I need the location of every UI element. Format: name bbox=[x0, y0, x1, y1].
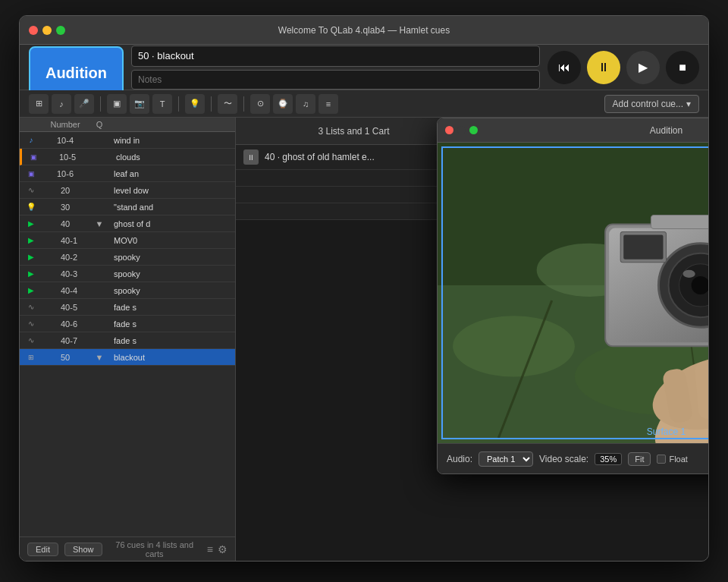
main-window: Welcome To QLab 4.qlab4 — Hamlet cues Au… bbox=[19, 15, 709, 562]
music-icon[interactable]: ♫ bbox=[296, 94, 315, 114]
cue-number: 10-5 bbox=[45, 153, 90, 162]
window-title: Welcome To QLab 4.qlab4 — Hamlet cues bbox=[278, 25, 450, 36]
table-row[interactable]: ∿ 40-7 fade s bbox=[20, 332, 235, 349]
cue-table-header: Number Q bbox=[20, 118, 235, 132]
cue-name: blackout bbox=[111, 353, 235, 362]
cue-name: fade s bbox=[111, 319, 235, 329]
cue-number-field[interactable] bbox=[131, 46, 540, 67]
cue-number: 40-6 bbox=[42, 319, 88, 329]
light-cue-icon: 💡 bbox=[20, 203, 42, 211]
video-cue-icon: ▣ bbox=[20, 170, 42, 178]
table-row[interactable]: ▣ 10-6 leaf an bbox=[20, 165, 235, 182]
col-icon-header bbox=[20, 120, 42, 129]
table-row[interactable]: ▶ 40-1 MOV0 bbox=[20, 232, 235, 249]
body-area: Number Q ♪ 10-4 wind in ▣ 10-5 bbox=[20, 118, 708, 561]
table-row[interactable]: ▶ 40-3 spooky bbox=[20, 266, 235, 282]
pause-button[interactable]: ⏸ bbox=[587, 51, 620, 84]
maximize-button[interactable] bbox=[56, 26, 65, 35]
target-icon[interactable]: ⊙ bbox=[250, 94, 270, 114]
cue-name: spooky bbox=[111, 269, 235, 278]
text-icon[interactable]: T bbox=[152, 94, 172, 114]
fade-cue-icon: ∿ bbox=[20, 186, 42, 194]
cue-name: MOV0 bbox=[111, 236, 235, 245]
audio-label: Audio: bbox=[447, 454, 472, 464]
play-button[interactable]: ▶ bbox=[626, 51, 660, 84]
close-button[interactable] bbox=[29, 26, 38, 35]
cue-q: ▼ bbox=[88, 353, 111, 362]
camera-icon[interactable]: 📷 bbox=[130, 94, 149, 114]
light-icon[interactable]: 💡 bbox=[185, 94, 205, 114]
cue-q: ▼ bbox=[88, 219, 111, 228]
cue-table: Number Q ♪ 10-4 wind in ▣ 10-5 bbox=[20, 118, 235, 536]
bottom-status-bar: Edit Show 76 cues in 4 lists and carts ≡… bbox=[20, 536, 235, 561]
notes-field[interactable] bbox=[131, 70, 540, 90]
col-q-header: Q bbox=[88, 120, 111, 129]
fade-cue-icon: ∿ bbox=[20, 336, 42, 344]
cue-number: 10-4 bbox=[42, 136, 88, 145]
float-checkbox[interactable]: Float bbox=[657, 455, 687, 464]
top-bar: Audition ⏮ ⏸ ▶ ■ bbox=[20, 45, 708, 90]
popup-close[interactable] bbox=[445, 126, 453, 134]
edit-button[interactable]: Edit bbox=[27, 543, 58, 556]
video-icon[interactable]: ▣ bbox=[107, 94, 127, 114]
title-bar: Welcome To QLab 4.qlab4 — Hamlet cues bbox=[20, 16, 708, 45]
toolbar-sep-3 bbox=[211, 96, 212, 112]
col-number-header: Number bbox=[42, 120, 88, 129]
popup-minimize[interactable] bbox=[457, 126, 466, 134]
mic-icon[interactable]: 🎤 bbox=[74, 94, 94, 114]
toolbar-sep-1 bbox=[100, 96, 101, 112]
transport-controls: ⏮ ⏸ ▶ ■ bbox=[548, 51, 699, 84]
table-row[interactable]: ▣ 10-5 clouds bbox=[20, 149, 235, 165]
play-indicator: ▶ bbox=[20, 286, 42, 294]
copy-icon[interactable]: ⊞ bbox=[29, 94, 49, 114]
surface-label: Surface 1 bbox=[647, 426, 686, 437]
table-row[interactable]: ♪ 10-4 wind in bbox=[20, 132, 235, 149]
popup-maximize[interactable] bbox=[469, 126, 478, 134]
play-indicator: ▶ bbox=[20, 219, 42, 228]
wave-icon[interactable]: 〜 bbox=[218, 94, 237, 114]
video-area: 35 bbox=[438, 143, 708, 443]
audio-icon[interactable]: ♪ bbox=[52, 94, 71, 114]
table-row[interactable]: ∿ 40-5 fade s bbox=[20, 299, 235, 316]
rewind-button[interactable]: ⏮ bbox=[548, 51, 581, 84]
left-panel: Number Q ♪ 10-4 wind in ▣ 10-5 bbox=[20, 118, 236, 561]
table-row[interactable]: ∿ 40-6 fade s bbox=[20, 316, 235, 332]
cue-name: "stand and bbox=[111, 203, 235, 212]
video-scale-label: Video scale: bbox=[539, 454, 588, 464]
table-row[interactable]: 💡 30 "stand and bbox=[20, 199, 235, 215]
cue-info bbox=[131, 46, 540, 90]
scale-value: 35% bbox=[595, 453, 622, 465]
cue-pause-icon[interactable]: ⏸ bbox=[243, 149, 259, 165]
cue-number: 40-7 bbox=[42, 336, 88, 345]
cue-number: 40-3 bbox=[42, 269, 88, 278]
float-checkbox-box[interactable] bbox=[657, 455, 666, 464]
clock-icon[interactable]: ⌚ bbox=[273, 94, 293, 114]
show-button[interactable]: Show bbox=[64, 543, 102, 556]
popup-title: Audition bbox=[650, 125, 682, 136]
popup-traffic-lights bbox=[445, 126, 478, 134]
table-row[interactable]: ∿ 20 level dow bbox=[20, 182, 235, 199]
patch-select[interactable]: Patch 1 bbox=[479, 451, 533, 467]
main-content: Audition ⏮ ⏸ ▶ ■ ⊞ ♪ 🎤 ▣ 📷 T 💡 〜 bbox=[20, 45, 708, 561]
minimize-button[interactable] bbox=[42, 26, 52, 35]
status-icons: ≡ ⚙ bbox=[207, 543, 228, 555]
cue-name: spooky bbox=[111, 253, 235, 262]
table-row[interactable]: ▶ 40-2 spooky bbox=[20, 249, 235, 266]
controls-icon[interactable]: ≡ bbox=[318, 94, 338, 114]
col-name-header bbox=[111, 120, 235, 129]
add-control-button[interactable]: Add control cue... ▾ bbox=[604, 95, 699, 113]
table-row[interactable]: ▶ 40-4 spooky bbox=[20, 282, 235, 299]
settings-icon[interactable]: ⚙ bbox=[218, 543, 228, 555]
fit-button[interactable]: Fit bbox=[628, 452, 651, 466]
cue-number: 40 bbox=[42, 219, 88, 228]
stop-button[interactable]: ■ bbox=[666, 51, 699, 84]
list-icon[interactable]: ≡ bbox=[207, 543, 213, 555]
fade-cue-icon: ∿ bbox=[20, 319, 42, 328]
video-content: 35 bbox=[438, 143, 708, 443]
video-cue-icon: ▣ bbox=[22, 153, 45, 161]
table-row[interactable]: ▶ 40 ▼ ghost of d bbox=[20, 215, 235, 232]
toolbar-row: ⊞ ♪ 🎤 ▣ 📷 T 💡 〜 ⊙ ⌚ ♫ ≡ Add control cue.… bbox=[20, 90, 708, 118]
popup-title-bar: Audition bbox=[438, 118, 708, 143]
play-indicator: ▶ bbox=[20, 269, 42, 278]
table-row[interactable]: ⊞ 50 ▼ blackout bbox=[20, 349, 235, 366]
